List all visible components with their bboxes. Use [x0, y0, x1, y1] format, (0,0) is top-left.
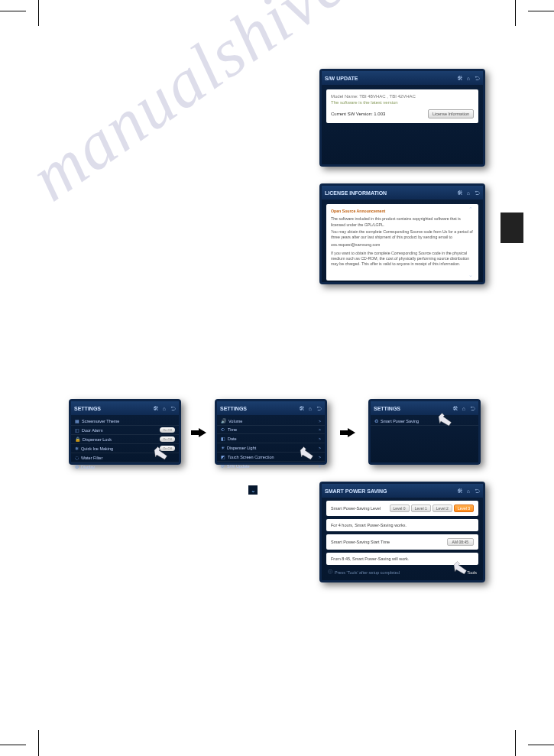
- start-time-button[interactable]: AM 08:45: [447, 538, 474, 546]
- settings-row[interactable]: 🔒Dispenser LockOn Off: [71, 435, 179, 444]
- row-label: Dispenser Lock: [83, 437, 112, 442]
- license-p2: You may obtain the complete Correspondin…: [331, 229, 474, 241]
- home-icon[interactable]: ⌂: [467, 190, 470, 196]
- power-saving-start-row: Smart Power-Saving Start Time AM 08:45: [326, 534, 478, 550]
- back-icon[interactable]: ⮌: [475, 76, 480, 81]
- row-icon: ◩: [221, 454, 225, 459]
- tools-icon[interactable]: 🛠: [153, 406, 158, 411]
- settings-row[interactable]: ☀Dispenser Light>: [217, 443, 325, 453]
- settings-row[interactable]: 🔊Volume>: [217, 417, 325, 426]
- tools-icon[interactable]: 🛠: [457, 190, 462, 196]
- back-icon[interactable]: ⮌: [170, 406, 176, 411]
- row-icon: ⚙: [75, 464, 79, 469]
- scroll-up-icon[interactable]: ⌃: [468, 206, 473, 213]
- row-label: Door Alarm: [82, 428, 103, 433]
- row-label: Touch Screen Correction: [228, 455, 274, 459]
- license-info-button[interactable]: License Information: [428, 109, 474, 118]
- row-label: Water Filter: [81, 456, 102, 460]
- tools-button-label[interactable]: Tools: [467, 570, 477, 575]
- flow-arrow-icon: [340, 427, 355, 436]
- level-0-button[interactable]: Level 0: [390, 505, 410, 512]
- settings-row[interactable]: ⟳S/W Update>: [217, 462, 325, 471]
- settings-row[interactable]: ◌Water Filter: [71, 453, 179, 462]
- home-icon[interactable]: ⌂: [462, 406, 465, 411]
- footer-instruction: ⓘ Press 'Tools' after setup completed To…: [322, 568, 483, 576]
- latest-version-text: The software is the latest version: [331, 100, 474, 105]
- down-chevron-icon: ⌄: [248, 485, 258, 495]
- license-body: Open Source Announcement The software in…: [326, 204, 478, 281]
- row-label: S/W Update: [227, 464, 250, 469]
- power-saving-duration-row: For 4 hours, Smart Power-Saving works.: [326, 519, 478, 531]
- license-p1: The software included in this product co…: [331, 216, 474, 228]
- chevron-right-icon: >: [319, 464, 321, 469]
- back-icon[interactable]: ⮌: [475, 488, 480, 494]
- settings-row[interactable]: ⏲Time>: [217, 426, 325, 434]
- row-icon: ☀: [221, 445, 225, 450]
- settings-row[interactable]: ◫Door AlarmOn Off: [71, 426, 179, 435]
- tools-icon[interactable]: 🛠: [457, 488, 462, 494]
- power-saving-from-row: From 8:45, Smart Power-Saving will work.: [326, 553, 478, 565]
- info-icon: ⓘ: [328, 569, 332, 575]
- row-label: Date: [228, 436, 237, 441]
- model-name: Model Name: TBI 48VHAC , TBI 42VHAC: [331, 94, 474, 99]
- home-icon[interactable]: ⌂: [467, 76, 470, 81]
- sw-update-panel: S/W UPDATE 🛠 ⌂ ⮌ Model Name: TBI 48VHAC …: [319, 69, 485, 167]
- smart-power-saving-panel: SMART POWER SAVING 🛠⌂⮌ Smart Power-Savin…: [319, 482, 485, 582]
- open-source-heading: Open Source Announcement: [331, 209, 474, 214]
- license-info-title: LICENSE INFORMATION: [325, 190, 387, 196]
- smart-power-saving-row[interactable]: ♻Smart Power Saving: [371, 417, 478, 426]
- settings-row[interactable]: ❄Quick Ice MakingOn Off: [71, 444, 179, 453]
- toggle-switch[interactable]: On Off: [160, 436, 175, 442]
- home-icon[interactable]: ⌂: [309, 406, 312, 411]
- settings-panel-3: SETTINGS 🛠⌂⮌ ♻Smart Power Saving: [368, 399, 481, 465]
- settings-row[interactable]: ⚙Display: [71, 462, 179, 472]
- toggle-switch[interactable]: On Off: [160, 446, 175, 451]
- row-icon: 🔒: [75, 436, 80, 442]
- recycle-icon: ♻: [374, 418, 378, 423]
- row-label: Dispenser Light: [227, 446, 256, 450]
- chevron-right-icon: >: [319, 436, 321, 441]
- row-label: Time: [228, 427, 237, 432]
- license-email: oss.request@samsung.com: [331, 242, 474, 248]
- flow-arrow-icon: [191, 427, 206, 436]
- row-icon: ◧: [221, 436, 225, 441]
- level-1-button[interactable]: Level 1: [411, 505, 431, 512]
- sw-update-title: S/W UPDATE: [325, 76, 358, 81]
- back-icon[interactable]: ⮌: [470, 406, 475, 411]
- row-icon: ⟳: [221, 463, 225, 469]
- settings-title: SETTINGS: [74, 406, 101, 411]
- settings-panel-1: SETTINGS 🛠⌂⮌ ▦Screensaver Theme◫Door Ala…: [69, 399, 181, 465]
- home-icon[interactable]: ⌂: [163, 406, 166, 411]
- row-label: Quick Ice Making: [81, 446, 113, 451]
- scroll-down-icon[interactable]: ⌄: [468, 271, 473, 279]
- row-icon: 🔊: [221, 418, 226, 423]
- level-2-button[interactable]: Level 2: [433, 505, 452, 512]
- chevron-right-icon: >: [319, 427, 321, 432]
- row-label: Display: [81, 465, 95, 469]
- tools-icon[interactable]: 🛠: [299, 406, 304, 411]
- settings-row[interactable]: ▦Screensaver Theme: [71, 417, 179, 426]
- settings-row[interactable]: ◩Touch Screen Correction>: [217, 453, 325, 462]
- back-icon[interactable]: ⮌: [316, 406, 322, 411]
- row-label: Screensaver Theme: [82, 419, 119, 423]
- toggle-switch[interactable]: On Off: [160, 427, 175, 433]
- level-3-button[interactable]: Level 3: [454, 505, 474, 512]
- current-version: Current SW Version: 1.003: [331, 112, 385, 116]
- row-icon: ❄: [75, 446, 79, 451]
- settings-row[interactable]: ◧Date>: [217, 434, 325, 443]
- row-icon: ▦: [75, 418, 79, 423]
- row-label: Volume: [228, 419, 242, 423]
- tools-icon[interactable]: 🛠: [452, 406, 458, 411]
- row-icon: ◫: [75, 427, 79, 433]
- license-p3: If you want to obtain the complete Corre…: [331, 251, 474, 268]
- row-icon: ◌: [75, 455, 79, 460]
- tools-icon[interactable]: 🛠: [457, 76, 462, 81]
- chevron-right-icon: >: [319, 446, 321, 450]
- home-icon[interactable]: ⌂: [467, 488, 470, 494]
- power-saving-level-row: Smart Power-Saving Level Level 0 Level 1…: [326, 501, 478, 516]
- header-icons: 🛠 ⌂ ⮌: [457, 76, 480, 81]
- back-icon[interactable]: ⮌: [475, 190, 480, 196]
- smart-power-title: SMART POWER SAVING: [325, 488, 387, 494]
- chevron-right-icon: >: [319, 455, 321, 459]
- settings-panel-2: SETTINGS 🛠⌂⮌ 🔊Volume>⏲Time>◧Date>☀Dispen…: [215, 399, 327, 465]
